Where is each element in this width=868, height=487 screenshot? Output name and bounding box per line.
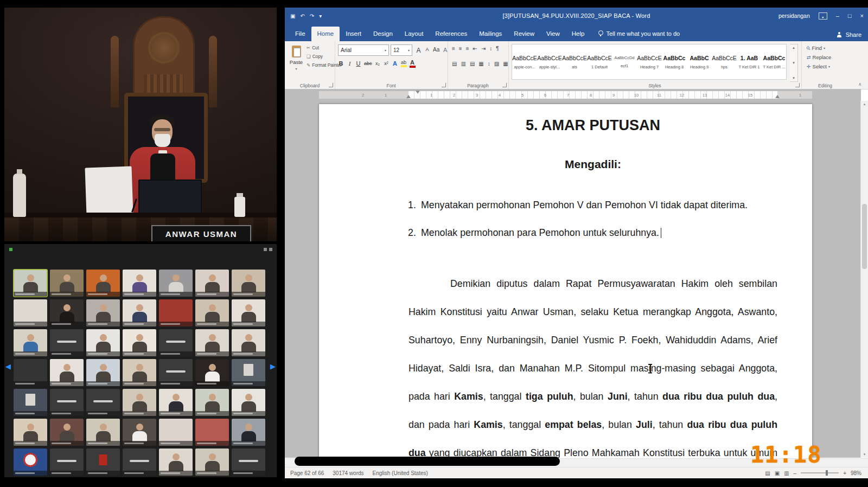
zoom-out-icon[interactable]: – bbox=[794, 470, 797, 476]
participant-tile[interactable] bbox=[123, 448, 156, 476]
tab-design[interactable]: Design bbox=[367, 27, 399, 41]
zoom-slider[interactable] bbox=[801, 472, 839, 473]
restore-button[interactable]: □ bbox=[848, 12, 852, 19]
sup-button[interactable]: x² bbox=[384, 61, 390, 66]
outdent-button[interactable]: ⇤ bbox=[473, 46, 477, 52]
style-apple-styl-[interactable]: AaBbCcEapple-styl... bbox=[537, 44, 562, 79]
style-t-ket-dir-1[interactable]: 1. AaBT Ket DIR 1 bbox=[737, 44, 762, 79]
font-name-box[interactable]: Arial ▾ bbox=[338, 44, 389, 56]
participant-tile[interactable] bbox=[123, 270, 156, 297]
bullets-button[interactable]: ≡ bbox=[452, 46, 455, 52]
print-layout-icon[interactable]: ▣ bbox=[775, 470, 780, 476]
participant-tile[interactable] bbox=[159, 329, 193, 356]
signed-in-user[interactable]: persidangan bbox=[778, 12, 810, 19]
sort-button[interactable]: ↕ bbox=[489, 46, 492, 52]
participant-tile[interactable] bbox=[195, 299, 229, 326]
participant-tile[interactable] bbox=[232, 359, 265, 386]
font-size-box[interactable]: 12 ▾ bbox=[391, 44, 412, 56]
scroll-down-icon[interactable]: ▾ bbox=[793, 61, 795, 65]
strike-button[interactable]: abc bbox=[364, 61, 372, 66]
participant-tile[interactable] bbox=[159, 389, 193, 416]
hl-button[interactable]: ab bbox=[401, 60, 407, 67]
style-ats[interactable]: AaBbCcEats bbox=[562, 44, 587, 79]
participant-tile[interactable] bbox=[159, 299, 193, 326]
participant-tile[interactable] bbox=[14, 419, 47, 446]
bold-button[interactable]: B bbox=[338, 60, 344, 67]
underline-button[interactable]: U bbox=[355, 60, 361, 67]
participant-tile[interactable] bbox=[232, 419, 265, 446]
participant-tile[interactable] bbox=[195, 329, 229, 356]
scroll-down-icon[interactable]: ▾ bbox=[861, 452, 868, 457]
participant-tile[interactable] bbox=[123, 359, 156, 386]
participant-tile[interactable] bbox=[159, 448, 193, 476]
participant-tile[interactable] bbox=[232, 389, 265, 416]
participant-tile[interactable] bbox=[123, 419, 156, 446]
shade-button[interactable]: ▨ bbox=[494, 61, 499, 67]
participant-tile[interactable] bbox=[86, 299, 120, 326]
multilevel-button[interactable]: ≡ bbox=[466, 46, 469, 52]
participant-tile[interactable] bbox=[86, 389, 120, 416]
style-1-default[interactable]: AaBbCcE1 Default bbox=[587, 44, 612, 79]
word-count[interactable]: 30174 words bbox=[333, 470, 363, 476]
scroll-up-icon[interactable]: ▴ bbox=[793, 46, 795, 50]
participant-tile[interactable] bbox=[232, 270, 265, 297]
participant-tile[interactable] bbox=[86, 359, 120, 386]
scroll-up-icon[interactable]: ▴ bbox=[861, 102, 868, 106]
right-indent-marker[interactable] bbox=[775, 95, 780, 98]
tab-references[interactable]: References bbox=[429, 27, 473, 41]
page-indicator[interactable]: Page 62 of 66 bbox=[290, 470, 324, 476]
aj-button[interactable]: ▦ bbox=[478, 61, 483, 67]
tab-help[interactable]: Help bbox=[566, 27, 591, 41]
participant-tile[interactable] bbox=[14, 448, 47, 476]
minimize-button[interactable]: – bbox=[836, 12, 839, 19]
grid-prev-button[interactable]: ◀ bbox=[5, 362, 11, 370]
participant-tile[interactable] bbox=[195, 359, 229, 386]
participant-tile[interactable] bbox=[50, 270, 84, 297]
find-button[interactable]: ⚲Find▾ bbox=[807, 45, 831, 51]
left-indent-marker[interactable] bbox=[406, 95, 411, 98]
tab-insert[interactable]: Insert bbox=[340, 27, 367, 41]
tab-home[interactable]: Home bbox=[311, 27, 340, 41]
participant-tile[interactable] bbox=[86, 270, 120, 297]
al-button[interactable]: ▤ bbox=[452, 61, 457, 67]
paragraph-dialog-launcher-icon[interactable] bbox=[502, 83, 507, 87]
participant-tile[interactable] bbox=[195, 270, 229, 297]
participant-tile[interactable] bbox=[232, 448, 265, 476]
ar-button[interactable]: ▤ bbox=[470, 61, 475, 67]
style-heading-7[interactable]: AaBbCcEHeading 7 bbox=[637, 44, 662, 79]
zoom-in-icon[interactable]: + bbox=[843, 470, 846, 476]
share-button[interactable]: Share bbox=[837, 31, 861, 38]
first-line-indent-marker[interactable] bbox=[416, 91, 420, 94]
participant-tile[interactable] bbox=[195, 448, 229, 476]
participant-tile[interactable] bbox=[14, 389, 47, 416]
style-heading-9[interactable]: AaBbCHeading 9 bbox=[687, 44, 712, 79]
border-button[interactable]: ▦ bbox=[503, 61, 508, 67]
italic-button[interactable]: I bbox=[347, 60, 353, 67]
fc-button[interactable]: A bbox=[410, 59, 416, 68]
tab-view[interactable]: View bbox=[540, 27, 566, 41]
tab-file[interactable]: File bbox=[289, 27, 311, 41]
participant-tile[interactable] bbox=[50, 448, 84, 476]
participant-tile[interactable] bbox=[123, 299, 156, 326]
grid-next-button[interactable]: ▶ bbox=[270, 362, 276, 370]
participant-tile[interactable] bbox=[159, 270, 193, 297]
collapse-ribbon-icon[interactable]: ∧ bbox=[858, 82, 861, 87]
paste-button[interactable]: Paste ▾ bbox=[288, 44, 305, 79]
clipboard-dialog-launcher-icon[interactable] bbox=[329, 83, 333, 87]
participant-tile[interactable] bbox=[195, 419, 229, 446]
tab-review[interactable]: Review bbox=[508, 27, 540, 41]
ac-button[interactable]: ▥ bbox=[461, 61, 465, 67]
language-indicator[interactable]: English (United States) bbox=[373, 470, 428, 476]
participant-tile[interactable] bbox=[50, 329, 84, 356]
styles-dialog-launcher-icon[interactable] bbox=[795, 83, 800, 87]
style-apple-con-[interactable]: AaBbCcEapple-con... bbox=[512, 44, 537, 79]
shrink-button[interactable]: A bbox=[424, 47, 430, 54]
font-dialog-launcher-icon[interactable] bbox=[442, 83, 446, 87]
ribbon-display-options-icon[interactable]: ▾ bbox=[819, 12, 827, 20]
tell-me-box[interactable]: Tell me what you want to do bbox=[598, 30, 680, 41]
participant-tile[interactable] bbox=[14, 359, 47, 386]
select-button[interactable]: ✛Select▾ bbox=[807, 63, 831, 69]
participant-tile[interactable] bbox=[159, 419, 193, 446]
numbering-button[interactable]: ≡ bbox=[459, 46, 462, 52]
close-button[interactable]: × bbox=[860, 12, 864, 19]
